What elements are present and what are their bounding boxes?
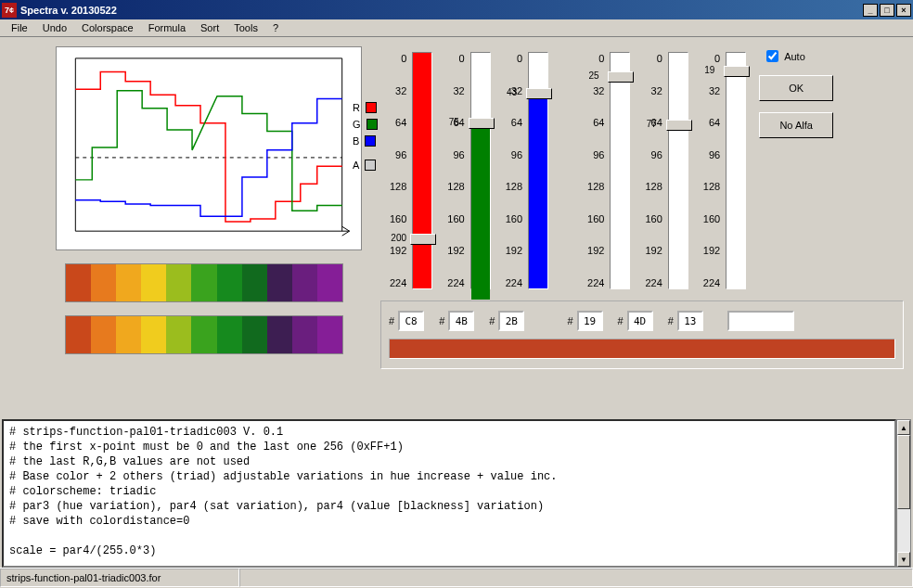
slider-r[interactable] — [412, 52, 432, 289]
slider-b-thumb[interactable] — [526, 88, 552, 99]
hex-prefix-6: # — [668, 315, 674, 326]
hex-prefix-g: # — [439, 315, 444, 326]
statusbar: strips-function-pal01-triadic003.for — [0, 568, 913, 588]
close-button[interactable]: × — [896, 4, 911, 17]
svg-line-2 — [342, 226, 350, 231]
titlebar: 7¢ Spectra v. 20130522 _ □ × — [0, 0, 913, 19]
minimize-button[interactable]: _ — [863, 4, 878, 17]
menu-sort[interactable]: Sort — [193, 20, 226, 35]
graph-canvas — [57, 47, 361, 249]
hex-input-r[interactable] — [398, 311, 424, 331]
hex-prefix-r: # — [389, 315, 394, 326]
slider-5[interactable] — [668, 52, 688, 289]
legend-b-swatch — [365, 135, 376, 147]
palette-strip-2 — [65, 315, 343, 354]
legend-g-swatch — [366, 119, 378, 130]
hex-input-4[interactable] — [577, 311, 603, 331]
slider-g-thumb[interactable] — [469, 118, 495, 129]
hex-inputs-panel: # # # # # # — [380, 300, 904, 369]
script-textarea[interactable]: # strips-function-pal01-triadic003 V. 0.… — [2, 419, 896, 568]
hex-input-b[interactable] — [498, 311, 524, 331]
sliders: 0326496128160192224 0326496128160192224 … — [380, 46, 755, 295]
menubar: File Undo Colorspace Formula Sort Tools … — [0, 19, 913, 37]
scroll-down-button[interactable]: ▼ — [897, 552, 910, 567]
hex-input-g[interactable] — [448, 311, 474, 331]
slider-r-thumb[interactable] — [410, 234, 436, 245]
hex-input-5[interactable] — [627, 311, 653, 331]
rgb-graph — [56, 46, 362, 250]
legend-r-swatch — [366, 102, 377, 113]
auto-checkbox[interactable] — [766, 50, 778, 62]
slider-6-thumb[interactable] — [724, 66, 750, 77]
legend-a-label: A — [353, 160, 359, 171]
palette-strip-1 — [65, 263, 343, 302]
status-rest — [239, 569, 913, 587]
legend-b-label: B — [353, 135, 359, 147]
ok-button[interactable]: OK — [759, 75, 833, 101]
svg-line-3 — [342, 231, 350, 236]
menu-tools[interactable]: Tools — [226, 20, 265, 35]
app-icon: 7¢ — [2, 3, 17, 18]
scroll-track[interactable] — [897, 435, 910, 552]
hex-prefix-5: # — [618, 315, 624, 326]
slider-b[interactable] — [528, 52, 548, 289]
result-color-bar — [389, 339, 895, 359]
scroll-thumb[interactable] — [897, 435, 910, 509]
legend: R G B A — [353, 102, 378, 176]
menu-formula[interactable]: Formula — [141, 20, 193, 35]
hex-input-6[interactable] — [677, 311, 703, 331]
menu-help[interactable]: ? — [265, 20, 286, 35]
slider-g[interactable] — [470, 52, 491, 289]
menu-file[interactable]: File — [4, 20, 35, 35]
scroll-up-button[interactable]: ▲ — [897, 420, 910, 435]
auto-label: Auto — [784, 51, 805, 62]
slider-5-thumb[interactable] — [666, 120, 692, 131]
legend-g-label: G — [353, 119, 361, 130]
hex-prefix-4: # — [567, 315, 572, 326]
noalfa-button[interactable]: No Alfa — [759, 112, 833, 138]
menu-colorspace[interactable]: Colorspace — [74, 20, 141, 35]
hex-prefix-b: # — [489, 315, 495, 326]
legend-a-swatch — [365, 160, 376, 171]
window-buttons: _ □ × — [861, 4, 911, 17]
slider-6[interactable] — [726, 52, 746, 289]
maximize-button[interactable]: □ — [880, 4, 894, 17]
color-swatch-input[interactable] — [727, 311, 794, 331]
window-title: Spectra v. 20130522 — [20, 5, 861, 16]
scrollbar: ▲ ▼ — [896, 419, 911, 568]
status-filename: strips-function-pal01-triadic003.for — [0, 569, 239, 587]
legend-r-label: R — [353, 102, 360, 113]
menu-undo[interactable]: Undo — [35, 20, 74, 35]
slider-4-thumb[interactable] — [608, 71, 634, 83]
slider-4[interactable] — [610, 52, 630, 289]
